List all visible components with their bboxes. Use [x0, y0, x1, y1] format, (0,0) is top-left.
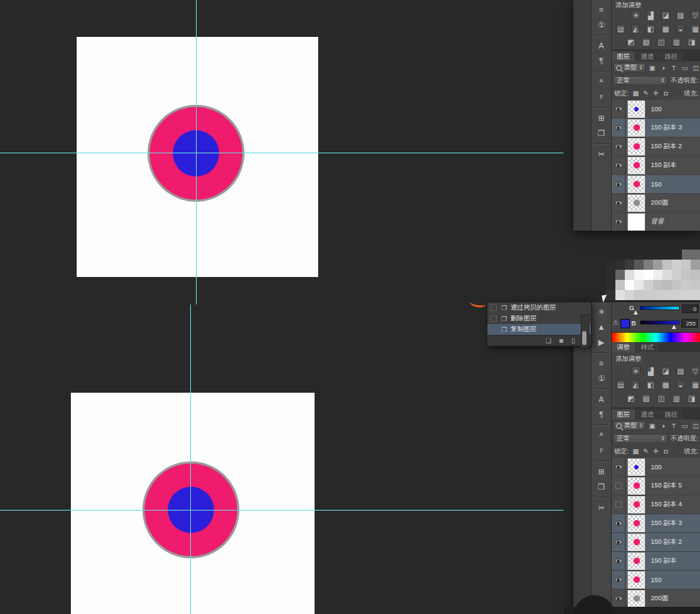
- layer-thumbnail[interactable]: [628, 571, 645, 589]
- info-panel-icon[interactable]: ①: [594, 18, 609, 32]
- selective-color-icon[interactable]: ◨: [687, 37, 696, 46]
- histogram-panel-icon[interactable]: ⊞: [594, 111, 609, 125]
- color-lookup-icon[interactable]: ▦: [691, 380, 700, 389]
- horizontal-guide-bottom[interactable]: [0, 510, 563, 511]
- layer-thumbnail[interactable]: [628, 515, 645, 532]
- paragraph-styles-icon[interactable]: ᵖ: [594, 90, 609, 104]
- visibility-toggle[interactable]: [612, 571, 626, 589]
- tab-layers[interactable]: 图层: [612, 51, 635, 61]
- lock-paint-icon[interactable]: ✎: [641, 448, 651, 455]
- invert-icon[interactable]: ◩: [626, 393, 636, 403]
- tab-channels[interactable]: 通道: [636, 51, 659, 61]
- vertical-guide-bottom[interactable]: [190, 304, 191, 614]
- tab-styles[interactable]: 样式: [636, 342, 659, 352]
- brightness-contrast-icon[interactable]: ☀: [631, 10, 641, 20]
- visibility-toggle[interactable]: [612, 533, 626, 551]
- layer-thumbnail[interactable]: [628, 459, 645, 476]
- tab-layers[interactable]: 图层: [612, 409, 635, 419]
- curves-icon[interactable]: ◪: [661, 366, 670, 375]
- levels-icon[interactable]: ▟: [646, 366, 656, 375]
- tab-adjustments[interactable]: 调整: [612, 342, 635, 352]
- history-brush-well[interactable]: [490, 326, 497, 333]
- paragraph-panel-icon[interactable]: ¶: [594, 408, 609, 422]
- layer-thumbnail[interactable]: [628, 195, 645, 212]
- tab-paths[interactable]: 路径: [660, 409, 683, 419]
- filter-smart-objects-icon[interactable]: ◫: [691, 422, 700, 430]
- dock-divider[interactable]: [594, 461, 609, 462]
- character-styles-icon[interactable]: ᴬ: [594, 75, 609, 89]
- scrollbar-thumb[interactable]: [582, 331, 586, 345]
- history-brush-well[interactable]: [490, 315, 497, 322]
- history-state-delete-layer[interactable]: ❐ 删除图层: [487, 313, 591, 324]
- dock-divider[interactable]: [594, 425, 609, 426]
- lock-transparency-icon[interactable]: ▩: [631, 448, 641, 455]
- color-balance-icon[interactable]: ◭: [631, 380, 641, 389]
- color-lookup-icon[interactable]: ▦: [691, 24, 700, 33]
- layer-thumbnail[interactable]: [628, 553, 645, 570]
- filter-shape-layers-icon[interactable]: ▭: [680, 422, 689, 430]
- layer-thumbnail[interactable]: [628, 496, 645, 513]
- brightness-contrast-icon[interactable]: ☀: [631, 366, 641, 375]
- visibility-toggle[interactable]: [612, 213, 626, 231]
- layer-thumbnail[interactable]: [628, 176, 645, 193]
- filter-type-dropdown[interactable]: 类型 ⇕: [613, 421, 646, 430]
- history-state-layer-via-copy[interactable]: ❐ 通过拷贝的图层: [487, 302, 591, 313]
- delete-state-icon[interactable]: ▯: [571, 337, 575, 344]
- layer-row[interactable]: 150 副本: [612, 552, 700, 570]
- layer-thumbnail[interactable]: [628, 534, 645, 551]
- new-snapshot-icon[interactable]: ◙: [560, 337, 563, 344]
- gamut-warning-icon[interactable]: ⚠: [612, 319, 618, 326]
- navigator-panel-icon[interactable]: ❐: [594, 127, 609, 140]
- measure-panel-icon[interactable]: ✂: [594, 148, 609, 161]
- dock-divider[interactable]: [594, 143, 609, 145]
- layer-thumbnail[interactable]: [628, 157, 645, 174]
- history-scrollbar[interactable]: [581, 315, 589, 348]
- visibility-toggle[interactable]: [612, 119, 626, 137]
- measure-panel-icon[interactable]: ✂: [594, 501, 609, 515]
- layer-row[interactable]: 200圆: [612, 589, 700, 607]
- layer-row[interactable]: 150 副本 2: [612, 533, 700, 551]
- blue-slider-handle[interactable]: [672, 325, 676, 329]
- actions-panel-icon[interactable]: ▶: [594, 336, 609, 349]
- posterize-icon[interactable]: ▧: [641, 37, 651, 46]
- layer-row[interactable]: 150 副本 3: [612, 514, 700, 532]
- invert-icon[interactable]: ◩: [626, 37, 636, 46]
- filter-smart-objects-icon[interactable]: ◫: [691, 64, 700, 72]
- layer-row[interactable]: 150 副本 3: [612, 119, 700, 137]
- visibility-toggle[interactable]: [612, 552, 626, 570]
- channel-mixer-icon[interactable]: ◒: [676, 380, 686, 389]
- visibility-toggle[interactable]: [612, 194, 626, 212]
- paragraph-panel-icon[interactable]: ¶: [594, 54, 609, 68]
- layer-row[interactable]: 150: [612, 175, 700, 193]
- layer-row[interactable]: 150 副本: [612, 156, 700, 174]
- selective-color-icon[interactable]: ◨: [687, 393, 696, 403]
- filter-pixel-layers-icon[interactable]: ▣: [648, 422, 657, 430]
- black-white-icon[interactable]: ◧: [646, 380, 655, 389]
- photo-filter-icon[interactable]: ▩: [661, 24, 670, 33]
- gradient-map-icon[interactable]: ▥: [672, 37, 681, 46]
- green-channel-slider[interactable]: [640, 306, 680, 310]
- clone-source-icon[interactable]: ≡: [594, 357, 609, 370]
- tab-channels[interactable]: 通道: [636, 409, 659, 419]
- layer-row[interactable]: 背景: [612, 213, 700, 231]
- threshold-icon[interactable]: ◫: [657, 37, 666, 46]
- layer-row[interactable]: 100: [612, 458, 700, 476]
- visibility-toggle[interactable]: [612, 156, 626, 174]
- filter-type-dropdown[interactable]: 类型 ⇕: [613, 63, 646, 72]
- visibility-toggle[interactable]: [612, 477, 626, 495]
- dock-divider[interactable]: [594, 35, 609, 36]
- layer-row[interactable]: 100: [612, 100, 700, 118]
- filter-shape-layers-icon[interactable]: ▭: [680, 64, 689, 72]
- color-balance-icon[interactable]: ◭: [631, 24, 641, 33]
- character-styles-icon[interactable]: ᴬ: [594, 429, 609, 443]
- swatches-panel-icon[interactable]: ✳: [594, 305, 609, 319]
- info-panel-icon[interactable]: ①: [594, 372, 609, 385]
- dock-divider[interactable]: [594, 352, 609, 354]
- lock-position-icon[interactable]: ✛: [652, 90, 661, 97]
- gradient-map-icon[interactable]: ▥: [672, 393, 681, 403]
- paragraph-styles-icon[interactable]: ᵖ: [594, 444, 609, 458]
- blend-mode-dropdown[interactable]: 正常 ⇕: [613, 76, 667, 85]
- threshold-icon[interactable]: ◫: [657, 393, 666, 403]
- filter-adjustment-layers-icon[interactable]: ◑: [659, 64, 667, 72]
- green-value-field[interactable]: 0: [682, 304, 699, 313]
